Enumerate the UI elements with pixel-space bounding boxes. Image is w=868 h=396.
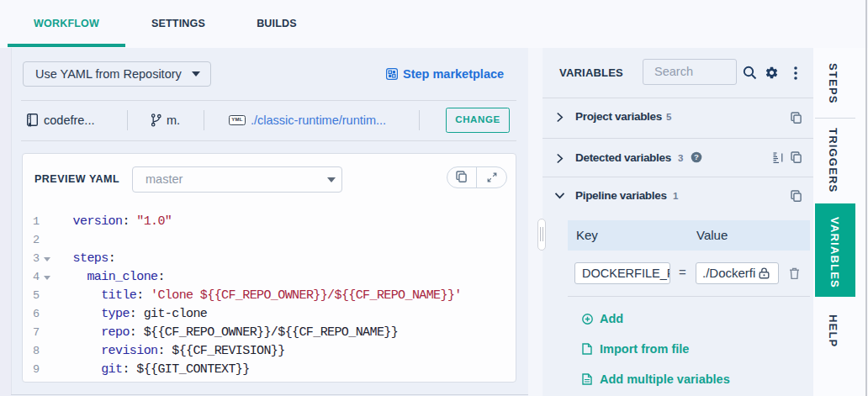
svg-text:?: ?: [694, 152, 699, 161]
